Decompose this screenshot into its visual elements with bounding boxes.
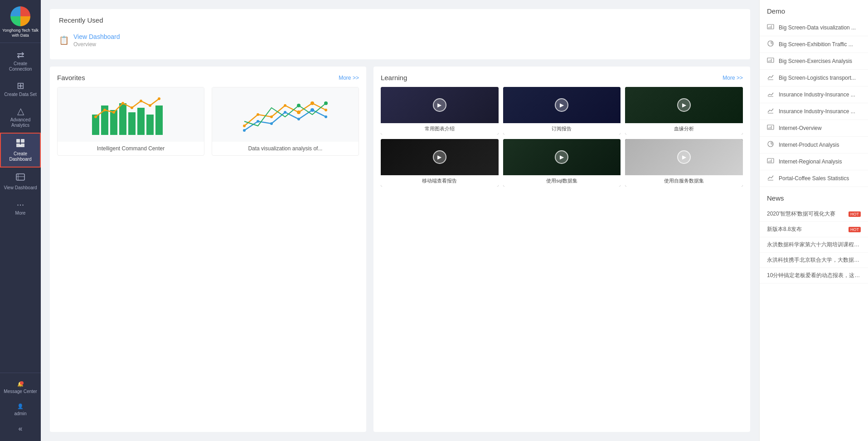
news-item-0[interactable]: 2020'智慧杯'数据可视化大赛 HOT [760,206,868,222]
sidebar-item-label: More [15,211,26,216]
demo-item-2[interactable]: Big Screen-Exercises Analysis [760,53,868,70]
collapse-button[interactable]: « [15,421,26,436]
news-item-2[interactable]: 永洪数据科学家第六十六期培训课程报... [760,237,868,253]
video-card-3[interactable]: ▶ 移动端查看报告 [381,139,499,187]
svg-point-21 [131,106,133,109]
video-label-4: 使用sql数据集 [503,175,621,187]
demo-item-icon-0 [767,23,774,32]
dataset-icon: ⊞ [17,81,24,90]
play-button-2[interactable]: ▶ [677,98,691,112]
demo-item-1[interactable]: Big Screen-Exhibition Traffic ... [760,36,868,53]
video-label-1: 订阅报告 [503,123,621,134]
demo-item-icon-8 [767,157,774,166]
svg-point-36 [297,118,300,120]
demo-item-5[interactable]: Insurance Industry-Insurance ... [760,103,868,120]
dashboard-create-icon [15,138,25,149]
fav-card-img-1 [212,87,359,142]
play-button-4[interactable]: ▶ [555,150,568,164]
svg-rect-16 [155,105,163,135]
learning-header: Learning More >> [381,74,743,81]
sidebar-item-message-center[interactable]: 🔔 Message Center [0,377,41,399]
play-button-1[interactable]: ▶ [555,98,568,112]
fav-card-0[interactable]: Intelligent Command Center [57,87,204,156]
demo-item-icon-2 [767,57,774,66]
favorites-header: Favorites More >> [57,74,359,81]
news-item-4[interactable]: 10分钟搞定老板爱看的动态报表，这些... [760,268,868,283]
demo-item-label-5: Insurance Industry-Insurance ... [779,108,855,115]
sidebar-item-more[interactable]: ··· More [0,195,41,220]
svg-point-37 [310,108,314,112]
fav-card-label-1: Data visualization analysis of... [212,142,359,155]
svg-point-30 [310,101,314,105]
video-card-2[interactable]: ▶ 血缘分析 [625,87,743,134]
svg-rect-15 [146,115,154,135]
video-card-1[interactable]: ▶ 订阅报告 [503,87,621,134]
fav-card-1[interactable]: Data visualization analysis of... [212,87,359,156]
more-icon: ··· [17,200,24,209]
right-panel: Demo Big Screen-Data visualization ... B… [759,0,868,441]
demo-item-4[interactable]: Insurance Industry-Insurance ... [760,86,868,103]
analytics-icon: △ [17,106,24,115]
connection-icon: ⇄ [17,50,24,59]
sidebar-item-label: Create Dashboard [3,151,38,162]
learning-title: Learning [381,74,407,81]
svg-rect-11 [110,110,117,135]
svg-point-25 [243,125,246,127]
demo-item-label-8: Internet-Regional Analysis [779,158,842,165]
svg-point-24 [158,97,160,100]
favorites-more-link[interactable]: More >> [339,75,359,81]
learning-more-link[interactable]: More >> [723,75,743,81]
video-label-3: 移动端查看报告 [381,175,499,187]
svg-point-39 [297,104,301,107]
demo-item-9[interactable]: Portal-Coffee Sales Statistics [760,170,868,187]
svg-rect-46 [767,58,774,62]
video-card-0[interactable]: ▶ 常用图表介绍 [381,87,499,134]
demo-item-3[interactable]: Big Screen-Logistics transport... [760,70,868,86]
sidebar-item-label: admin [14,411,26,417]
svg-point-23 [149,104,151,107]
demo-item-icon-7 [767,140,774,149]
sidebar-bottom: 🔔 Message Center 👤 admin « [0,373,41,441]
news-text-3: 永洪科技携手北京联合大学，大数据推... [767,256,861,264]
demo-item-label-9: Portal-Coffee Sales Statistics [779,175,849,182]
learning-grid: ▶ 常用图表介绍 ▶ 订阅报告 ▶ 血缘分析 [381,87,743,187]
news-badge-0: HOT [849,211,861,217]
news-section: News 2020'智慧杯'数据可视化大赛 HOT 新版本8.8发布 HOT 永… [760,194,868,283]
demo-item-7[interactable]: Internet-Product Analysis [760,137,868,153]
demo-item-label-3: Big Screen-Logistics transport... [779,75,856,81]
sidebar-item-create-dataset[interactable]: ⊞ Create Data Set [0,77,41,102]
news-item-1[interactable]: 新版本8.8发布 HOT [760,222,868,237]
message-icon-wrap: 🔔 [17,381,24,387]
video-card-4[interactable]: ▶ 使用sql数据集 [503,139,621,187]
sidebar-item-admin[interactable]: 👤 admin [0,399,41,421]
demo-item-6[interactable]: Internet-Overview [760,120,868,137]
svg-point-35 [284,111,286,114]
main-content: Recently Used 📋 View Dashboard Overview … [41,0,759,441]
sidebar-item-create-dashboard[interactable]: Create Dashboard [0,133,41,168]
svg-point-40 [324,101,328,105]
demo-item-label-4: Insurance Industry-Insurance ... [779,91,855,98]
news-item-3[interactable]: 永洪科技携手北京联合大学，大数据推... [760,253,868,268]
play-button-3[interactable]: ▶ [433,150,446,164]
dashboard-item-name: View Dashboard [73,33,120,40]
video-label-2: 血缘分析 [625,123,743,134]
demo-item-0[interactable]: Big Screen-Data visualization ... [760,19,868,36]
recent-dashboard-item[interactable]: 📋 View Dashboard Overview [59,29,741,52]
play-button-5[interactable]: ▶ [677,150,691,164]
demo-item-icon-5 [767,107,774,116]
sidebar-item-label: Advanced Analytics [2,117,39,128]
video-card-5[interactable]: ▶ 使用自服务数据集 [625,139,743,187]
sidebar-item-advanced-analytics[interactable]: △ Advanced Analytics [0,102,41,133]
demo-item-8[interactable]: Internet-Regional Analysis [760,153,868,170]
sidebar: Yonghong Tech Talk with Data ⇄ Create Co… [0,0,41,441]
demo-item-label-7: Internet-Product Analysis [779,142,839,148]
svg-point-28 [284,104,286,107]
demo-item-label-0: Big Screen-Data visualization ... [779,24,856,31]
sidebar-item-create-connection[interactable]: ⇄ Create Connection [0,46,41,77]
svg-rect-41 [767,24,774,29]
play-button-0[interactable]: ▶ [433,98,446,112]
svg-rect-58 [767,158,774,163]
svg-rect-12 [119,103,126,135]
video-label-5: 使用自服务数据集 [625,175,743,187]
sidebar-item-view-dashboard[interactable]: View Dashboard [0,168,41,195]
